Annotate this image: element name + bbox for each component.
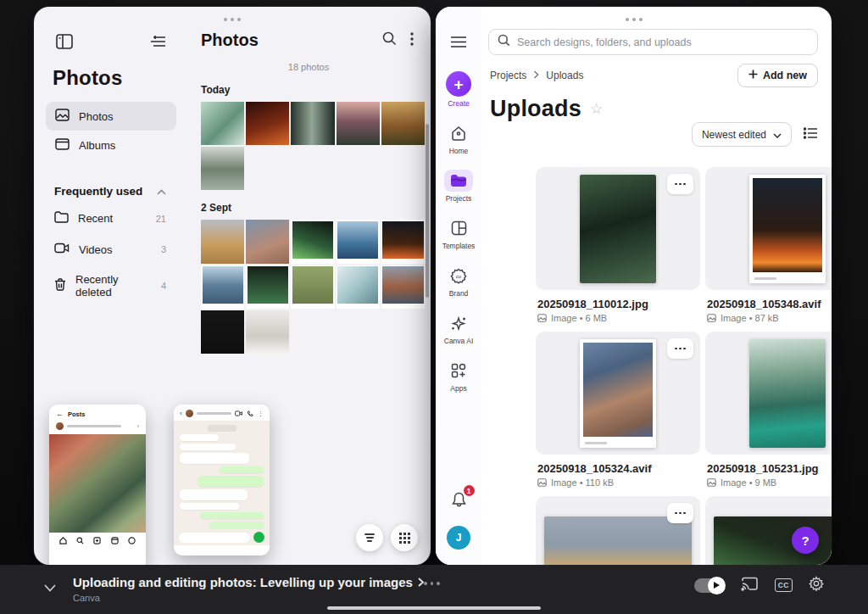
list-view-button[interactable] [804,127,818,142]
sidebar-item-recently-deleted[interactable]: Recently deleted 4 [54,265,166,307]
photo-thumbnail-glacier-ice[interactable] [337,265,380,309]
video-title-text: Uploading and editing photos: Levelling … [73,575,413,589]
canva-app-window: + Create Home Projects Templates co Bran… [436,7,832,565]
rail-item-projects[interactable]: Projects [444,170,473,203]
home-indicator[interactable] [327,606,541,610]
photo-thumbnail-red-roof-house-field[interactable] [201,220,244,263]
brand-icon: co [444,265,473,287]
video-icon [54,243,70,256]
photo-thumbnail-dark-waterfall[interactable] [291,102,334,145]
search-input[interactable]: Search designs, folders, and uploads [488,29,818,55]
photo-thumbnail-green-waterfall-valley[interactable] [201,102,244,145]
user-avatar[interactable]: J [447,526,470,550]
photo-thumbnail-woman-portrait[interactable] [246,220,289,263]
rail-item-home[interactable]: Home [444,122,473,155]
create-button[interactable]: + Create [446,71,471,108]
kebab-menu-icon: ⋮ [258,410,264,417]
screenshot-thumbnail-chat[interactable]: ‹ ⋮ [174,405,270,555]
chat-bubble [180,434,219,441]
chevron-up-icon[interactable] [157,185,166,198]
chat-bubble [180,453,249,464]
photo-grid-2sept [201,220,425,354]
rail-item-brand[interactable]: co Brand [444,265,473,298]
sort-dropdown[interactable]: Newest edited [692,122,792,147]
sidebar-item-videos[interactable]: Videos 3 [54,234,166,265]
upload-filename: 20250918_105324.avif [537,462,700,475]
breadcrumb-uploads[interactable]: Uploads [546,70,583,81]
upload-card-woman-portrait-upload[interactable]: 20250918_105324.avifImage • 110 kB [536,332,700,488]
mic-button[interactable] [253,532,264,543]
card-menu-button[interactable] [667,503,693,523]
collapse-chevron-icon[interactable] [44,580,56,595]
frequently-used-section[interactable]: Frequently used [54,185,166,198]
upload-card-red-house-upload[interactable] [536,496,700,565]
sidebar-toggle-icon[interactable] [56,34,73,53]
play-toggle[interactable] [694,578,725,593]
screenshot-thumbnail-posts[interactable]: ← Posts [49,405,146,565]
rail-item-canva-ai[interactable]: Canva AI [444,312,474,345]
filter-button[interactable] [356,524,383,551]
image-type-icon [707,314,716,322]
photo-thumbnail-aurora-dark-road[interactable] [246,265,289,309]
rail-item-apps[interactable]: Apps [444,360,473,393]
video-source: Canva [73,593,100,603]
video-title[interactable]: Uploading and editing photos: Levelling … [73,575,424,589]
upload-filename: 20250918_110012.jpg [537,298,700,310]
sort-list-icon[interactable] [150,35,166,52]
scrollbar[interactable] [426,124,429,298]
mini-posts-title: Posts [68,410,85,418]
sidebar-item-photos[interactable]: Photos [46,102,176,131]
hamburger-menu-icon[interactable] [451,36,466,51]
breadcrumb-projects[interactable]: Projects [490,70,526,81]
star-icon[interactable]: ☆ [590,100,603,118]
search-icon[interactable] [382,31,397,49]
upload-card-green-lake-upload[interactable]: 20250918_105231.jpgImage • 9 MB [705,332,832,488]
photo-thumbnail-red-canyon-cave[interactable] [246,102,289,145]
page-title: Uploads [490,96,581,122]
sidebar-item-albums[interactable]: Albums [46,131,176,159]
settings-gear-icon[interactable] [809,576,824,594]
message-field[interactable] [179,533,250,543]
cast-icon[interactable] [741,577,759,594]
photo-thumbnail-red-fjord-mountains[interactable] [381,265,425,309]
notifications-button[interactable]: 1 [450,491,468,512]
upload-card-lava-fire-upload[interactable]: 20250918_105348.avifImage • 87 kB [705,167,832,323]
sidebar-app-title: Photos [53,66,186,90]
upload-card-jungle-waterfall-upload[interactable]: 20250918_110012.jpgImage • 6 MB [536,167,700,323]
add-new-button[interactable]: Add new [737,64,818,87]
photo-thumbnail-sunset-mountains-lake[interactable] [337,102,380,145]
photo-thumbnail-fjord-village[interactable] [201,265,244,309]
card-menu-button[interactable] [667,338,693,359]
upload-preview[interactable] [705,167,832,290]
window-drag-handle[interactable] [220,14,244,25]
upload-preview[interactable] [536,332,700,455]
photo-thumbnail-blue-coastline[interactable] [337,220,380,263]
grid-view-button[interactable] [391,524,418,551]
photo-thumbnail-island-reflection[interactable] [201,147,244,190]
upload-preview[interactable] [536,167,700,290]
closed-captions-icon[interactable]: CC [775,578,793,592]
upload-preview[interactable] [705,332,832,455]
chat-input-bar[interactable] [174,529,270,545]
video-call-icon [235,410,242,416]
photo-thumbnail-black-photo[interactable] [201,310,244,354]
more-options-dots[interactable] [424,582,440,585]
upload-preview[interactable] [536,496,700,565]
breadcrumb: Projects Uploads [490,70,583,81]
photo-grid-today [201,102,425,190]
photo-thumbnail-aurora-green[interactable] [291,220,334,263]
photo-thumbnail-lava-eruption[interactable] [381,220,425,263]
kebab-menu-icon[interactable] [410,32,414,49]
photo-thumbnail-sheep-in-grass[interactable] [291,265,334,309]
card-menu-button[interactable] [667,174,693,194]
photos-icon [55,109,70,124]
chat-bubble [198,476,264,487]
photo-thumbnail-golden-tree-road[interactable] [381,102,425,145]
rail-item-templates[interactable]: Templates [442,217,476,250]
sparkles-icon [444,312,473,334]
photo-thumbnail-arctic-fox-snow[interactable] [246,310,289,354]
window-drag-handle[interactable] [622,14,646,25]
sidebar-item-recent[interactable]: Recent 21 [54,203,166,234]
help-button[interactable]: ? [792,527,819,554]
chevron-right-icon [418,575,424,589]
